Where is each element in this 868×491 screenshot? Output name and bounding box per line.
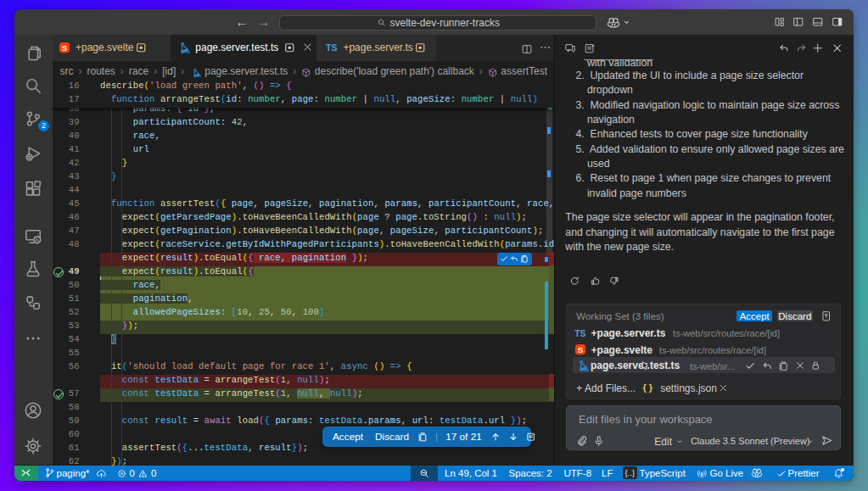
svg-text:ts: ts: [198, 73, 201, 77]
svg-text:ts: ts: [584, 365, 588, 371]
svg-text:S: S: [578, 345, 584, 354]
svg-text:S: S: [62, 42, 68, 52]
svg-text:ts: ts: [186, 47, 190, 53]
